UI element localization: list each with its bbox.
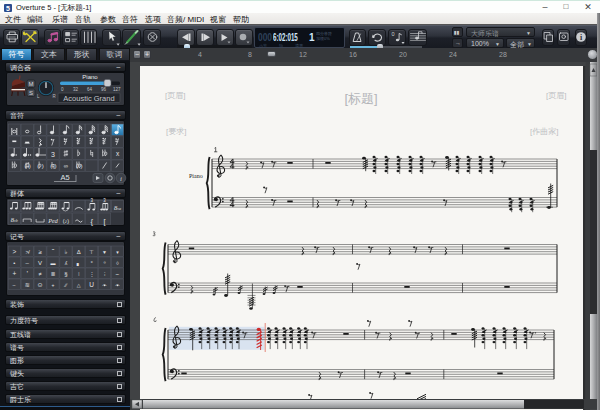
- svg-text:A5: A5: [60, 173, 69, 182]
- svg-text:º: º: [104, 260, 106, 266]
- svg-text:§: §: [64, 271, 67, 277]
- svg-text:⁝: ⁝: [104, 271, 106, 277]
- svg-text:U: U: [89, 281, 94, 288]
- svg-text:Δ: Δ: [77, 249, 81, 255]
- svg-text:△: △: [77, 282, 81, 288]
- svg-text:≋: ≋: [25, 282, 30, 288]
- svg-text:i: i: [120, 175, 122, 183]
- svg-text:⊤: ⊤: [89, 249, 94, 255]
- svg-text:+: +: [52, 282, 55, 288]
- svg-text:⊙: ⊙: [38, 282, 43, 288]
- svg-text:V: V: [38, 260, 42, 266]
- svg-text:▖: ▖: [76, 260, 81, 267]
- svg-text:+: +: [12, 270, 16, 277]
- svg-text:[页眉]: [页眉]: [165, 91, 185, 100]
- svg-text:≠: ≠: [39, 271, 42, 277]
- svg-text:>: >: [12, 248, 16, 255]
- svg-text:(♪): (♪): [63, 218, 70, 224]
- svg-text:Piano: Piano: [189, 173, 203, 179]
- svg-text:ˆ: ˆ: [52, 247, 55, 256]
- svg-text:): ): [42, 163, 44, 169]
- svg-text:8vb: 8vb: [11, 216, 18, 223]
- svg-text:▬: ▬: [51, 260, 56, 266]
- svg-text:≣: ≣: [51, 271, 56, 277]
- svg-text:⋮: ⋮: [89, 271, 95, 277]
- svg-text:[标题]: [标题]: [344, 91, 377, 106]
- svg-text:[作曲家]: [作曲家]: [530, 127, 558, 136]
- svg-text:⌢: ⌢: [116, 271, 120, 277]
- svg-text:∞: ∞: [64, 163, 68, 169]
- svg-text:♭: ♭: [64, 249, 67, 255]
- svg-text:⌢: ⌢: [115, 281, 120, 288]
- svg-text:[页眉]: [页眉]: [546, 91, 566, 100]
- svg-text:8va: 8va: [114, 204, 121, 211]
- svg-text:▼: ▼: [102, 249, 107, 255]
- svg-text:0: 0: [392, 31, 395, 37]
- svg-text:Ped: Ped: [47, 218, 58, 224]
- svg-text:[要求]: [要求]: [166, 127, 186, 136]
- svg-text:⌢: ⌢: [102, 281, 107, 288]
- svg-text:): ): [55, 163, 57, 169]
- svg-text:⌣: ⌣: [12, 282, 16, 288]
- svg-text:3: 3: [51, 151, 55, 158]
- svg-text:•: •: [13, 260, 15, 266]
